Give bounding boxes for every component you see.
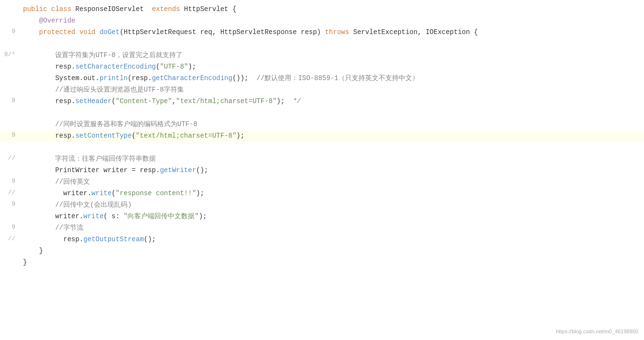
code-line: 9 //字节流 (0, 223, 644, 234)
token-plain: ServletException, IOException (353, 28, 474, 36)
token-plain: resp. (23, 97, 75, 105)
token-plain (23, 17, 39, 24)
line-content: resp.setCharacterEncoding("UTF-8"); (19, 61, 644, 72)
code-line: 9 resp.setContentType("text/html;charset… (0, 130, 644, 142)
line-content: writer.write( s: "向客户端回传中文数据"); (19, 211, 644, 222)
line-content: } (19, 246, 644, 256)
line-number: 9/* (0, 50, 19, 60)
token-class-name: PrintWriter (55, 166, 104, 174)
code-line: 9 //回传中文(会出现乱码) (0, 199, 644, 211)
line-content: writer.write("response content!!"); (19, 188, 644, 199)
token-kw: class (51, 5, 75, 13)
code-line: writer.write( s: "向客户端回传中文数据"); (0, 211, 644, 223)
code-line: resp.setCharacterEncoding("UTF-8"); (0, 61, 644, 73)
token-method-blue: write (92, 189, 112, 197)
line-content: //同时设置服务器和客户端的编码格式为UTF-8 (19, 119, 644, 129)
line-content: PrintWriter writer = resp.getWriter(); (19, 165, 644, 176)
token-plain: ); (236, 132, 244, 140)
token-plain: ( (132, 132, 136, 140)
token-method-blue: write (83, 212, 104, 220)
code-line (0, 38, 644, 50)
line-number: 9 (0, 130, 19, 141)
line-content: public class ResponseIOServlet extends H… (19, 4, 644, 14)
line-content: //通过响应头设置浏览器也是UTF-8字符集 (19, 84, 644, 95)
token-plain: resp. (23, 63, 75, 70)
code-line (0, 142, 644, 153)
token-plain: ( s: (104, 212, 124, 220)
line-content: //回传中文(会出现乱码) (19, 199, 644, 210)
code-line: @Override (0, 15, 644, 27)
token-brace: } (39, 247, 43, 255)
token-throws-kw: throws (325, 28, 353, 36)
token-comment: */ (293, 97, 301, 105)
token-comment-zh: //回传英文 (23, 178, 90, 186)
line-content: resp.setContentType("text/html;charset=U… (19, 130, 644, 141)
code-line: // resp.getOutputStream(); (0, 234, 644, 246)
token-plain: writer = resp. (104, 166, 160, 174)
code-lines: public class ResponseIOServlet extends H… (0, 4, 644, 269)
token-plain: ()); (232, 74, 256, 82)
token-plain: ( (156, 63, 160, 70)
token-comment-zh: 字符流：往客户端回传字符串数据 (55, 155, 156, 163)
watermark: https://blog.csdn.net/m0_46198850 (556, 328, 638, 336)
token-comment-zh: //回传中文(会出现乱码) (23, 201, 132, 209)
token-plain (23, 28, 39, 36)
token-comment-zh: //默认使用：ISO-8859-1（只支持英文不支持中文） (256, 74, 419, 82)
token-kw: protected (39, 28, 80, 36)
token-plain: (); (196, 166, 208, 174)
code-line: 9 resp.setHeader("Content-Type","text/ht… (0, 96, 644, 107)
code-line: PrintWriter writer = resp.getWriter(); (0, 165, 644, 176)
token-plain: resp. (23, 132, 75, 140)
token-plain (23, 155, 55, 163)
token-method-blue: println (100, 74, 128, 82)
token-comment-zh: 设置字符集为UTF-8，设置完之后就支持了 (55, 51, 183, 59)
token-method-blue: setContentType (75, 132, 132, 140)
token-string: "UTF-8" (160, 63, 188, 70)
line-content: protected void doGet(HttpServletRequest … (19, 27, 644, 37)
line-content: @Override (19, 15, 644, 26)
token-method-blue: setHeader (75, 97, 112, 105)
token-string: "向客户端回传中文数据" (124, 212, 199, 220)
token-plain: ); (188, 63, 196, 70)
code-line: 9/* 设置字符集为UTF-8，设置完之后就支持了 (0, 50, 644, 61)
token-method-blue: getOutputStream (83, 235, 144, 243)
token-comment-zh: //通过响应头设置浏览器也是UTF-8字符集 (23, 86, 184, 94)
line-content: //回传英文 (19, 176, 644, 187)
token-brace: { (474, 28, 478, 36)
token-plain: ); (276, 97, 293, 105)
token-comment-zh: //同时设置服务器和客户端的编码格式为UTF-8 (23, 120, 197, 128)
token-plain: ( (112, 97, 115, 105)
token-kw: public (23, 5, 51, 13)
line-number: 9 (0, 223, 19, 233)
code-line: //通过响应头设置浏览器也是UTF-8字符集 (0, 84, 644, 96)
code-line: //同时设置服务器和客户端的编码格式为UTF-8 (0, 119, 644, 130)
token-string: "text/html;charset=UTF-8" (136, 132, 236, 140)
token-plain: ); (196, 189, 204, 197)
token-plain: req, (200, 28, 220, 36)
line-number: 9 (0, 199, 19, 210)
token-plain: (); (144, 235, 156, 243)
code-line: } (0, 257, 644, 269)
code-line: // 字符流：往客户端回传字符串数据 (0, 153, 644, 165)
token-string: "response content!!" (115, 189, 196, 197)
token-plain: resp. (23, 235, 83, 243)
token-brace: } (23, 258, 27, 266)
line-number: 9 (0, 27, 19, 37)
token-plain (23, 166, 55, 174)
token-plain: System.out. (23, 74, 100, 82)
line-content: //字节流 (19, 223, 644, 233)
token-method-blue: getCharacterEncoding (152, 74, 232, 82)
code-line: System.out.println(resp.getCharacterEnco… (0, 73, 644, 84)
token-class-name: HttpServlet (184, 5, 232, 13)
code-editor: public class ResponseIOServlet extends H… (0, 0, 644, 340)
code-line (0, 107, 644, 119)
code-line: 9 protected void doGet(HttpServletReques… (0, 27, 644, 38)
token-string: "Content-Type" (115, 97, 172, 105)
token-plain: (resp. (127, 74, 151, 82)
token-method-blue: setCharacterEncoding (75, 63, 156, 70)
line-content: } (19, 257, 644, 268)
token-brace: { (232, 5, 236, 13)
token-class-name: HttpServletRequest (124, 28, 200, 36)
token-kw-purple: @Override (39, 17, 76, 24)
token-class-name: ResponseIOServlet (75, 5, 152, 13)
